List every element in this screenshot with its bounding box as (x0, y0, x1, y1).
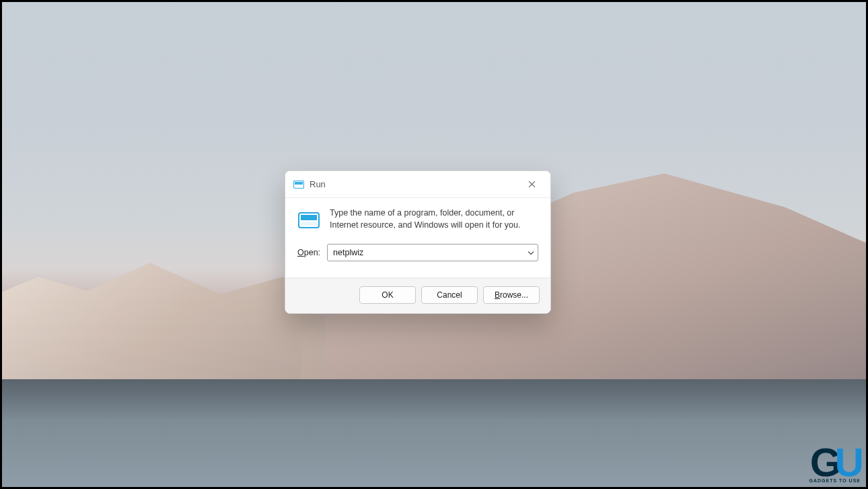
watermark-g: G (810, 445, 838, 480)
wallpaper-dune-left (0, 224, 325, 399)
run-dialog: Run Type the name of a program, folder, … (285, 170, 551, 314)
open-combobox[interactable] (327, 244, 538, 261)
dialog-title: Run (310, 179, 326, 189)
cancel-button[interactable]: Cancel (421, 286, 478, 304)
button-bar: OK Cancel Browse... (285, 278, 550, 313)
close-button[interactable] (519, 175, 544, 194)
watermark-logo: G U GADGETS TO USE (809, 445, 861, 483)
browse-button[interactable]: Browse... (483, 286, 540, 304)
run-title-icon (293, 179, 304, 190)
wallpaper-lake (2, 379, 866, 487)
watermark-u: U (834, 445, 859, 480)
svg-rect-6 (301, 222, 317, 226)
svg-rect-1 (295, 182, 303, 185)
dialog-content: Type the name of a program, folder, docu… (285, 198, 550, 278)
svg-rect-5 (301, 215, 317, 220)
open-label: Open: (297, 248, 320, 257)
dialog-description: Type the name of a program, folder, docu… (330, 207, 538, 231)
ok-button[interactable]: OK (359, 286, 416, 304)
watermark-tagline: GADGETS TO USE (809, 478, 861, 483)
titlebar[interactable]: Run (285, 171, 550, 198)
close-icon (528, 181, 536, 188)
run-big-icon (297, 209, 320, 232)
open-input[interactable] (327, 244, 538, 261)
